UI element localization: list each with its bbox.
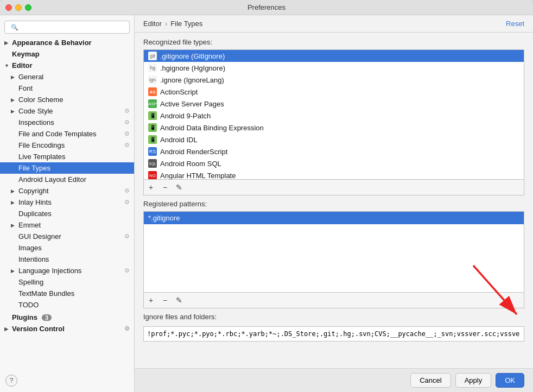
sidebar-item-emmet-label: Emmet	[18, 221, 41, 229]
window-title: Preferences	[248, 3, 285, 11]
remove-file-type-button[interactable]: −	[159, 181, 171, 193]
add-pattern-button[interactable]: +	[145, 294, 157, 306]
sidebar-item-language-injections-label: Language Injections	[18, 267, 81, 275]
expand-arrow-inlay-hints: ▶	[11, 200, 16, 205]
file-type-android-idl[interactable]: 📱 Android IDL	[144, 134, 524, 146]
sidebar-item-file-types-label: File Types	[18, 164, 50, 172]
file-icon-ignore: ign	[148, 75, 157, 84]
file-type-android-patch[interactable]: 📱 Android 9-Patch	[144, 110, 524, 122]
sidebar-item-font[interactable]: ▶ Font	[0, 83, 134, 94]
help-button[interactable]: ?	[5, 375, 17, 387]
file-type-asp[interactable]: ASP Active Server Pages	[144, 98, 524, 110]
patterns-section-label: Registered patterns:	[143, 200, 524, 208]
settings-icon-inlay-hints: ⚙	[124, 199, 130, 206]
sidebar-item-spelling[interactable]: ▶ Spelling	[0, 276, 134, 288]
sidebar-item-inspections[interactable]: ▶ Inspections ⚙	[0, 117, 134, 128]
sidebar: 🔍 ▶ Appearance & Behavior ▶ Keymap ▼ Edi…	[0, 15, 135, 392]
file-type-hgignore[interactable]: hg .hgignore (HgIgnore)	[144, 62, 524, 74]
sidebar-item-inlay-hints[interactable]: ▶ Inlay Hints ⚙	[0, 197, 134, 208]
minimize-button[interactable]	[15, 4, 22, 11]
file-type-android-binding[interactable]: 📱 Android Data Binding Expression	[144, 122, 524, 134]
maximize-button[interactable]	[25, 4, 31, 11]
add-file-type-button[interactable]: +	[145, 181, 157, 193]
expand-arrow-code-style: ▶	[11, 109, 16, 114]
edit-file-type-button[interactable]: ✎	[173, 181, 185, 193]
sidebar-item-intentions[interactable]: ▶ Intentions	[0, 254, 134, 265]
file-type-angular-html[interactable]: NG Angular HTML Template	[144, 169, 524, 180]
sidebar-item-code-style[interactable]: ▶ Code Style ⚙	[0, 105, 134, 117]
file-type-hgignore-label: .hgignore (HgIgnore)	[160, 64, 225, 72]
sidebar-item-color-scheme[interactable]: ▶ Color Scheme	[0, 94, 134, 105]
sidebar-item-live-templates[interactable]: ▶ Live Templates	[0, 151, 134, 162]
file-type-ignore[interactable]: ign .ignore (IgnoreLang)	[144, 74, 524, 86]
expand-arrow-general: ▶	[11, 74, 16, 80]
sidebar-item-duplicates-label: Duplicates	[18, 210, 52, 218]
sidebar-item-copyright-label: Copyright	[18, 187, 49, 195]
sidebar-item-file-code-templates[interactable]: ▶ File and Code Templates ⚙	[0, 128, 134, 140]
sidebar-item-plugins[interactable]: ▶ Plugins 3	[0, 312, 134, 323]
close-button[interactable]	[5, 4, 12, 11]
expand-arrow-copyright: ▶	[11, 188, 16, 194]
sidebar-item-inspections-label: Inspections	[18, 118, 54, 127]
sidebar-item-editor[interactable]: ▼ Editor	[0, 60, 134, 71]
ignore-section-label: Ignore files and folders:	[143, 313, 524, 321]
sidebar-item-copyright[interactable]: ▶ Copyright ⚙	[0, 185, 134, 197]
settings-icon-language-injections: ⚙	[124, 267, 130, 274]
sidebar-item-images[interactable]: ▶ Images	[0, 242, 134, 254]
file-type-android-binding-label: Android Data Binding Expression	[160, 124, 264, 132]
file-type-android-idl-label: Android IDL	[160, 136, 198, 144]
traffic-lights	[5, 4, 31, 11]
sidebar-item-version-control[interactable]: ▶ Version Control ⚙	[0, 323, 134, 334]
file-type-android-room-label: Android Room SQL	[160, 160, 221, 168]
file-icon-as: AS	[148, 87, 157, 96]
sidebar-item-duplicates[interactable]: ▶ Duplicates	[0, 208, 134, 219]
sidebar-item-images-label: Images	[18, 244, 42, 252]
file-types-list[interactable]: git .gitignore (GitIgnore) hg .hgignore …	[143, 49, 524, 180]
apply-button[interactable]: Apply	[455, 373, 492, 388]
main-content: 🔍 ▶ Appearance & Behavior ▶ Keymap ▼ Edi…	[0, 15, 533, 392]
patterns-toolbar: + − ✎	[143, 293, 524, 308]
sidebar-item-code-style-label: Code Style	[18, 107, 53, 115]
sidebar-item-android-layout-label: Android Layout Editor	[18, 175, 86, 184]
file-icon-android-binding: 📱	[148, 123, 157, 132]
file-type-actionscript[interactable]: AS ActionScript	[144, 86, 524, 98]
sidebar-item-file-encodings[interactable]: ▶ File Encodings ⚙	[0, 140, 134, 151]
sidebar-item-appearance[interactable]: ▶ Appearance & Behavior	[0, 37, 134, 48]
file-type-android-rs-label: Android RenderScript	[160, 148, 227, 156]
patterns-list[interactable]: *.gitignore	[143, 211, 524, 293]
ignore-files-input[interactable]	[143, 326, 524, 342]
reset-button[interactable]: Reset	[506, 20, 524, 28]
pattern-gitignore-label: *.gitignore	[148, 214, 180, 222]
file-type-android-rs[interactable]: RS Android RenderScript	[144, 146, 524, 157]
sidebar-item-keymap[interactable]: ▶ Keymap	[0, 48, 134, 60]
file-icon-android-room: SQL	[148, 159, 157, 168]
sidebar-item-emmet[interactable]: ▶ Emmet	[0, 219, 134, 231]
settings-icon-version-control: ⚙	[124, 325, 130, 332]
file-type-gitignore[interactable]: git .gitignore (GitIgnore)	[144, 50, 524, 62]
edit-pattern-button[interactable]: ✎	[173, 294, 185, 306]
settings-icon-file-templates: ⚙	[124, 130, 130, 137]
file-list-container: git .gitignore (GitIgnore) hg .hgignore …	[143, 49, 524, 195]
expand-arrow-language-injections: ▶	[11, 268, 16, 274]
sidebar-item-language-injections[interactable]: ▶ Language Injections ⚙	[0, 265, 134, 276]
file-type-android-patch-label: Android 9-Patch	[160, 112, 211, 120]
sidebar-item-todo[interactable]: ▶ TODO	[0, 299, 134, 311]
sidebar-item-gui-designer[interactable]: ▶ GUI Designer ⚙	[0, 231, 134, 242]
remove-pattern-button[interactable]: −	[159, 294, 171, 306]
sidebar-item-android-layout[interactable]: ▶ Android Layout Editor	[0, 174, 134, 185]
cancel-button[interactable]: Cancel	[410, 373, 450, 388]
sidebar-item-keymap-label: Keymap	[12, 50, 40, 58]
pattern-gitignore[interactable]: *.gitignore	[144, 212, 524, 224]
breadcrumb: Editor › File Types	[143, 20, 202, 28]
expand-arrow-appearance: ▶	[4, 40, 10, 46]
sidebar-item-file-encodings-label: File Encodings	[18, 141, 65, 149]
file-icon-angular-html: NG	[148, 171, 157, 180]
sidebar-item-general[interactable]: ▶ General	[0, 71, 134, 83]
search-input[interactable]	[4, 21, 130, 34]
sidebar-item-appearance-label: Appearance & Behavior	[12, 39, 92, 47]
file-type-android-room[interactable]: SQL Android Room SQL	[144, 157, 524, 169]
sidebar-item-file-types[interactable]: ▶ File Types	[0, 162, 134, 174]
sidebar-item-general-label: General	[18, 73, 43, 81]
ok-button[interactable]: OK	[496, 373, 524, 388]
sidebar-item-textmate-bundles[interactable]: ▶ TextMate Bundles	[0, 288, 134, 299]
